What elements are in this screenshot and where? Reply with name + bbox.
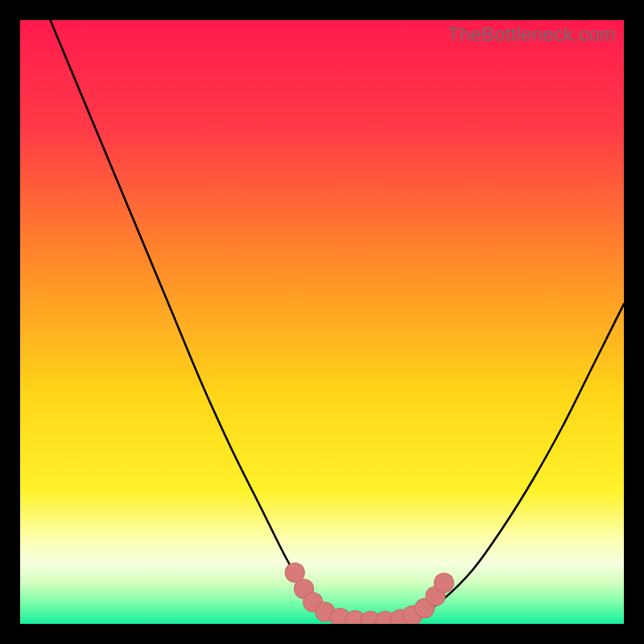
- chart-frame: TheBottleneck.com: [0, 0, 644, 644]
- curve-marker: [435, 573, 454, 592]
- plot-area: TheBottleneck.com: [20, 20, 624, 624]
- bottleneck-curve: [20, 20, 624, 624]
- watermark-label: TheBottleneck.com: [448, 23, 616, 46]
